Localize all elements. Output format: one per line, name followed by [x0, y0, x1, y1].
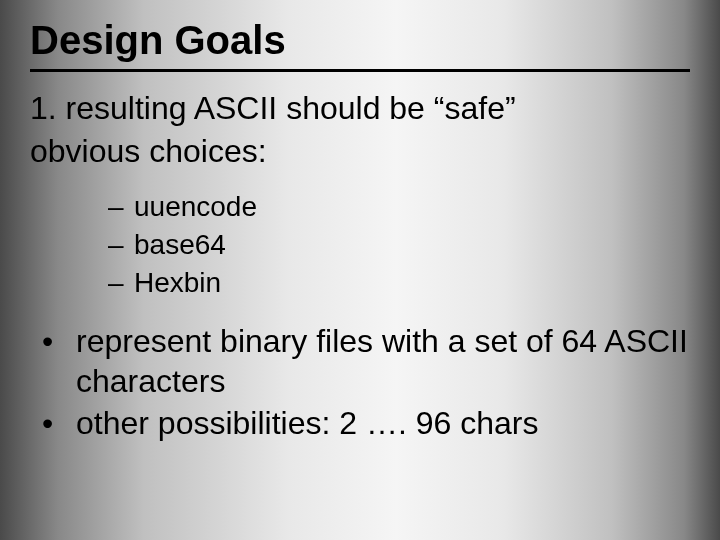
sublist-item-uuencode: – uuencode: [108, 188, 690, 226]
bullet-item-label: represent binary files with a set of 64 …: [76, 321, 690, 401]
dash-icon: –: [108, 188, 134, 226]
slide-title: Design Goals: [30, 18, 690, 65]
dash-icon: –: [108, 264, 134, 302]
dash-icon: –: [108, 226, 134, 264]
bullet-list: • represent binary files with a set of 6…: [38, 321, 690, 443]
sublist: – uuencode – base64 – Hexbin: [108, 188, 690, 301]
obvious-choices-label: obvious choices:: [30, 133, 690, 170]
sublist-item-label: base64: [134, 226, 226, 264]
title-underline: [30, 69, 690, 72]
bullet-item-2: • other possibilities: 2 …. 96 chars: [38, 403, 690, 443]
bullet-icon: •: [38, 403, 76, 443]
slide: Design Goals 1. resulting ASCII should b…: [0, 0, 720, 540]
sublist-item-label: uuencode: [134, 188, 257, 226]
bullet-icon: •: [38, 321, 76, 401]
numbered-point-1: 1. resulting ASCII should be “safe”: [30, 90, 690, 127]
bullet-item-1: • represent binary files with a set of 6…: [38, 321, 690, 401]
bullet-item-label: other possibilities: 2 …. 96 chars: [76, 403, 690, 443]
sublist-item-base64: – base64: [108, 226, 690, 264]
sublist-item-hexbin: – Hexbin: [108, 264, 690, 302]
sublist-item-label: Hexbin: [134, 264, 221, 302]
